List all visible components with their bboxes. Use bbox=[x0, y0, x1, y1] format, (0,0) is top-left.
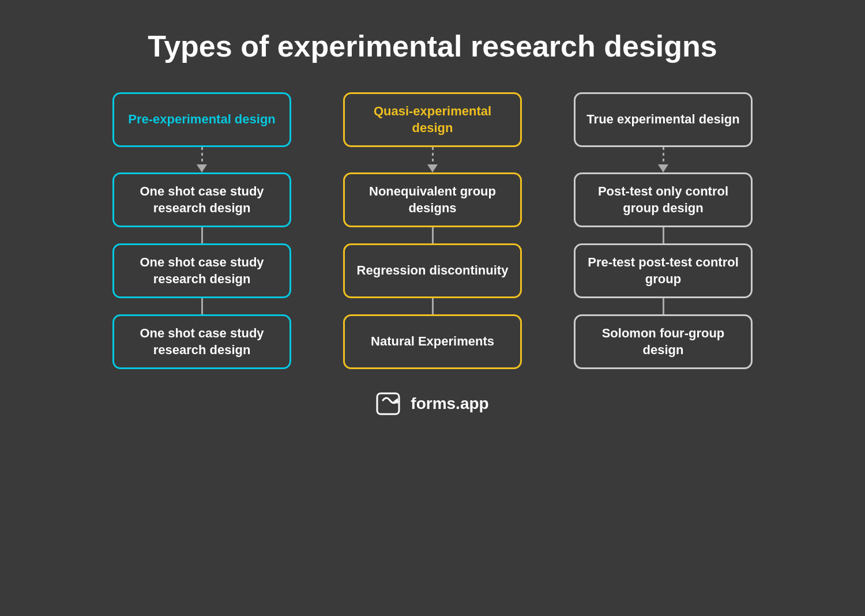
footer: forms.app bbox=[376, 392, 488, 415]
sub-box-pre-2: One shot case study research design bbox=[112, 243, 291, 298]
solid-line-quasi-2 bbox=[432, 298, 434, 314]
sub-label-true-2: Pre-test post-test control group bbox=[586, 254, 740, 287]
dashed-line-1 bbox=[201, 147, 203, 164]
solid-line-true-2 bbox=[663, 298, 664, 314]
sub-box-quasi-2: Regression discontinuity bbox=[343, 243, 522, 298]
sub-label-quasi-2: Regression discontinuity bbox=[357, 262, 509, 279]
solid-line-true-1 bbox=[663, 227, 664, 243]
sub-label-pre-3: One shot case study research design bbox=[125, 325, 279, 358]
column-quasi-experimental: Quasi-experimental design Nonequivalent … bbox=[334, 92, 531, 369]
header-box-pre-experimental: Pre-experimental design bbox=[112, 92, 291, 147]
sub-label-quasi-3: Natural Experiments bbox=[371, 333, 494, 350]
sub-box-true-3: Solomon four-group design bbox=[574, 314, 753, 369]
solid-line-pre-1 bbox=[201, 227, 203, 243]
sub-label-pre-1: One shot case study research design bbox=[125, 183, 279, 216]
column-true-experimental: True experimental design Post-test only … bbox=[565, 92, 761, 369]
sub-label-pre-2: One shot case study research design bbox=[125, 254, 279, 287]
sub-box-pre-1: One shot case study research design bbox=[112, 172, 291, 227]
sub-box-quasi-1: Nonequivalent group designs bbox=[343, 172, 522, 227]
arrow-down-3 bbox=[658, 164, 668, 172]
page-title: Types of experimental research designs bbox=[148, 29, 717, 63]
sub-box-true-1: Post-test only control group design bbox=[574, 172, 753, 227]
arrow-down-1 bbox=[197, 164, 207, 172]
dashed-arrow-quasi-experimental bbox=[427, 147, 438, 172]
dashed-line-3 bbox=[663, 147, 664, 164]
forms-app-logo-icon bbox=[376, 392, 404, 415]
dashed-line-2 bbox=[432, 147, 434, 164]
column-pre-experimental: Pre-experimental design One shot case st… bbox=[104, 92, 300, 369]
header-box-true-experimental: True experimental design bbox=[574, 92, 753, 147]
solid-line-quasi-1 bbox=[432, 227, 434, 243]
diagram-container: Pre-experimental design One shot case st… bbox=[0, 92, 865, 369]
dashed-arrow-true-experimental bbox=[658, 147, 668, 172]
solid-line-pre-2 bbox=[201, 298, 203, 314]
header-label-true-experimental: True experimental design bbox=[586, 111, 739, 128]
footer-brand-text: forms.app bbox=[411, 395, 488, 413]
sub-box-pre-3: One shot case study research design bbox=[112, 314, 291, 369]
sub-label-true-1: Post-test only control group design bbox=[586, 183, 740, 216]
dashed-arrow-pre-experimental bbox=[197, 147, 207, 172]
header-label-quasi-experimental: Quasi-experimental design bbox=[355, 103, 510, 136]
svg-rect-0 bbox=[377, 393, 399, 414]
sub-box-true-2: Pre-test post-test control group bbox=[574, 243, 753, 298]
sub-box-quasi-3: Natural Experiments bbox=[343, 314, 522, 369]
sub-label-true-3: Solomon four-group design bbox=[586, 325, 740, 358]
sub-label-quasi-1: Nonequivalent group designs bbox=[355, 183, 510, 216]
header-label-pre-experimental: Pre-experimental design bbox=[128, 111, 276, 128]
header-box-quasi-experimental: Quasi-experimental design bbox=[343, 92, 522, 147]
arrow-down-2 bbox=[427, 164, 438, 172]
